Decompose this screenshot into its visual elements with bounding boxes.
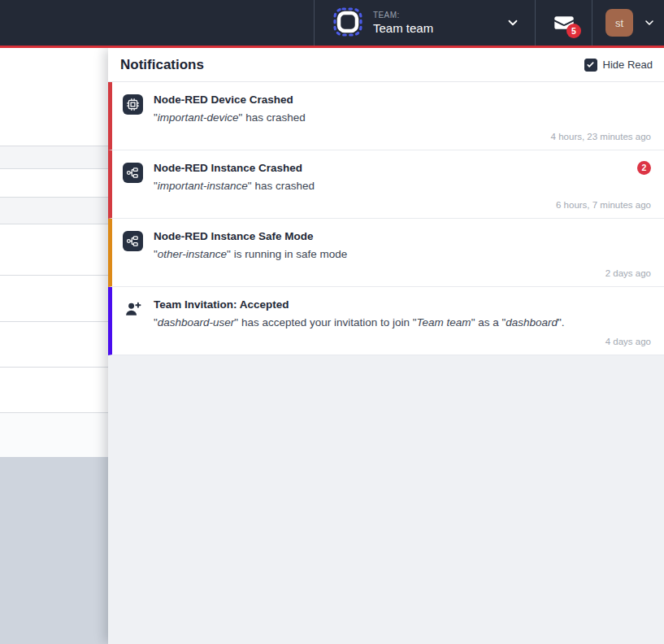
notification-item[interactable]: Node-RED Instance Safe Mode "other-insta… (108, 219, 664, 287)
user-menu[interactable]: st (592, 0, 664, 46)
notifications-button[interactable]: 5 (535, 0, 592, 46)
notification-timestamp: 6 hours, 7 minutes ago (154, 200, 651, 210)
user-add-icon (123, 299, 143, 320)
notifications-drawer: Notifications Hide Read Node-RED Device … (108, 48, 664, 644)
notification-list: Node-RED Device Crashed "important-devic… (108, 82, 664, 355)
notification-timestamp: 2 days ago (154, 268, 651, 278)
notification-content: Node-RED Device Crashed "important-devic… (154, 94, 651, 141)
team-selector[interactable]: TEAM: Team team (314, 0, 535, 46)
team-label: TEAM: (373, 11, 496, 20)
chevron-down-icon (643, 16, 656, 29)
check-icon (586, 60, 595, 69)
hide-read-checkbox[interactable] (584, 59, 597, 72)
drawer-header: Notifications Hide Read (108, 48, 664, 82)
notification-title: Node-RED Instance Safe Mode (154, 230, 651, 242)
top-navbar: TEAM: Team team 5 st (0, 0, 664, 48)
notification-title: Node-RED Instance Crashed (154, 162, 651, 174)
hide-read-toggle[interactable]: Hide Read (584, 59, 653, 72)
instance-flow-icon (123, 231, 143, 251)
notification-message: "important-instance" has crashed (154, 180, 651, 192)
instance-flow-icon (123, 163, 143, 183)
notification-count-badge: 2 (637, 161, 651, 175)
notification-message: "dashboard-user" has accepted your invit… (154, 316, 651, 329)
notification-title: Node-RED Device Crashed (154, 94, 651, 106)
device-chip-icon (123, 94, 143, 115)
notification-content: Team Invitation: Accepted "dashboard-use… (154, 298, 651, 346)
notification-item[interactable]: Team Invitation: Accepted "dashboard-use… (108, 287, 664, 355)
notification-item[interactable]: Node-RED Device Crashed "important-devic… (108, 82, 664, 150)
notification-title: Team Invitation: Accepted (154, 298, 651, 311)
navbar-spacer (0, 0, 314, 46)
notification-message: "other-instance" is running in safe mode (154, 248, 651, 260)
notification-content: Node-RED Instance Crashed "important-ins… (154, 162, 651, 210)
team-name: Team team (373, 21, 496, 35)
app: Notifications Hide Read Node-RED Device … (0, 0, 664, 644)
notification-timestamp: 4 days ago (154, 337, 651, 346)
notification-message: "important-device" has crashed (154, 111, 651, 124)
avatar: st (605, 9, 633, 37)
notification-item[interactable]: Node-RED Instance Crashed "important-ins… (108, 150, 664, 219)
team-text: TEAM: Team team (373, 11, 496, 35)
notification-timestamp: 4 hours, 23 minutes ago (154, 132, 651, 141)
chevron-down-icon (506, 15, 520, 30)
page-title: Notifications (120, 57, 204, 73)
drawer-empty-area (108, 355, 664, 644)
mail-badge: 5 (566, 24, 581, 38)
notification-content: Node-RED Instance Safe Mode "other-insta… (154, 230, 651, 278)
team-icon (332, 7, 363, 40)
hide-read-label: Hide Read (603, 59, 653, 71)
